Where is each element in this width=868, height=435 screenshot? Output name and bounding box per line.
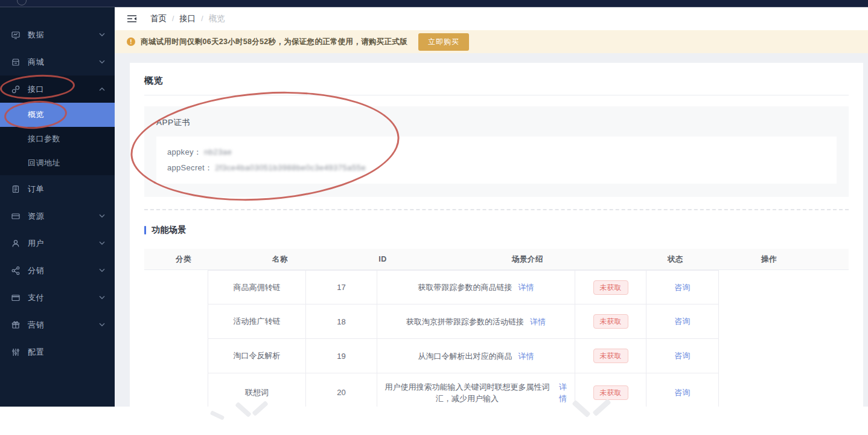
sliders-icon <box>11 347 21 357</box>
credit-card-icon <box>11 293 21 303</box>
table-header-row: 分类 名称 ID 场景介绍 状态 操作 <box>144 249 849 270</box>
sidebar-item-payment[interactable]: 支付 <box>0 284 115 311</box>
column-header-category: 分类 <box>144 254 223 265</box>
sidebar-item-api[interactable]: 接口 <box>0 76 115 103</box>
resource-card-icon <box>11 211 21 221</box>
sidebar-item-label: 订单 <box>28 184 105 195</box>
consult-link[interactable]: 咨询 <box>675 282 691 293</box>
status-badge: 未获取 <box>593 349 628 363</box>
sidebar-item-distribution[interactable]: 分销 <box>0 257 115 284</box>
scenes-section-title: 功能场景 <box>152 225 187 236</box>
trial-warning-text: 商城试用时间仅剩06天23小时58分52秒，为保证您的正常使用，请购买正式版 <box>141 37 407 47</box>
consult-link[interactable]: 咨询 <box>675 316 691 327</box>
chevron-down-icon <box>99 295 105 300</box>
sidebar-subitem-overview[interactable]: 概览 <box>0 103 115 127</box>
cell-id: 17 <box>305 270 377 304</box>
appkey-value: nb23ae <box>204 147 232 156</box>
breadcrumb-separator: / <box>172 14 174 23</box>
sidebar-item-label: 配置 <box>28 347 105 358</box>
sidebar-item-label: 营销 <box>28 320 99 330</box>
sidebar-subitem-label: 接口参数 <box>28 134 60 144</box>
chevron-down-icon <box>99 60 105 64</box>
sidebar-subitem-callback-address[interactable]: 回调地址 <box>0 151 115 175</box>
breadcrumb: 首页 / 接口 / 概览 <box>150 13 225 24</box>
appsecret-value: 2f3ce4ba03051b3988be0c3e49375a55e <box>215 163 366 172</box>
column-header-desc: 场景介绍 <box>428 254 627 265</box>
sidebar-item-resources[interactable]: 资源 <box>0 202 115 230</box>
cell-action: 咨询 <box>646 339 719 373</box>
user-icon <box>11 239 21 248</box>
sidebar-item-config[interactable]: 配置 <box>0 338 115 366</box>
sidebar-item-users[interactable]: 用户 <box>0 230 115 257</box>
cell-desc: 从淘口令解析出对应的商品 详情 <box>377 339 575 373</box>
faint-stroke <box>210 410 225 420</box>
cell-operation-spacer <box>719 304 849 339</box>
cell-category <box>144 270 208 304</box>
sidebar-item-label: 分销 <box>28 265 99 276</box>
sidebar-item-mall[interactable]: 商城 <box>0 48 115 76</box>
chevron-down-icon <box>99 33 105 37</box>
cell-desc: 获取带跟踪参数的商品链接 详情 <box>377 270 575 304</box>
buy-now-button[interactable]: 立即购买 <box>418 33 469 51</box>
cell-action: 咨询 <box>646 373 719 407</box>
table-row: 联想词 20 用户使用搜索功能输入关键词时联想更多属性词汇，减少用户输入 详情 … <box>144 373 849 407</box>
cell-name: 活动推广转链 <box>208 304 305 339</box>
status-badge: 未获取 <box>593 314 628 329</box>
dashed-divider <box>144 209 849 210</box>
shop-icon <box>11 57 21 67</box>
sidebar-group-api: 接口 概览 接口参数 回调地址 <box>0 76 115 175</box>
app-logo <box>17 0 27 5</box>
main-area: 首页 / 接口 / 概览 ! 商城试用时间仅剩06天23小时58分52秒，为保证… <box>115 7 868 407</box>
scene-desc-text: 获取带跟踪参数的商品链接 <box>418 282 512 293</box>
sidebar-item-data[interactable]: 数据 <box>0 21 115 48</box>
table-body: 商品高佣转链 17 获取带跟踪参数的商品链接 详情 未获取 咨询 <box>144 270 849 407</box>
cell-action: 咨询 <box>646 270 719 304</box>
cell-id: 18 <box>305 304 377 339</box>
sidebar-fold-icon[interactable] <box>127 14 137 23</box>
cell-operation-spacer <box>719 339 849 373</box>
detail-link[interactable]: 详情 <box>530 316 546 327</box>
sidebar-item-label: 用户 <box>28 238 99 249</box>
scene-desc-text: 用户使用搜索功能输入关键词时联想更多属性词汇，减少用户输入 <box>383 381 551 404</box>
detail-link[interactable]: 详情 <box>557 381 569 404</box>
app-cert-title: APP证书 <box>156 117 837 128</box>
api-link-icon <box>11 85 21 94</box>
top-bar <box>0 0 868 7</box>
cell-category <box>144 339 208 373</box>
sidebar-item-label: 接口 <box>28 84 99 95</box>
detail-link[interactable]: 详情 <box>519 282 534 293</box>
breadcrumb-api[interactable]: 接口 <box>179 13 196 24</box>
status-badge: 未获取 <box>593 280 628 295</box>
gift-icon <box>11 320 21 330</box>
sidebar-item-marketing[interactable]: 营销 <box>0 311 115 338</box>
cell-name: 淘口令反解析 <box>208 339 305 373</box>
scenes-section-header: 功能场景 <box>144 225 849 236</box>
sidebar-item-label: 资源 <box>28 211 99 222</box>
cell-id: 19 <box>305 339 377 373</box>
breadcrumb-bar: 首页 / 接口 / 概览 <box>115 7 868 30</box>
sidebar-item-orders[interactable]: 订单 <box>0 175 115 202</box>
chevron-down-icon <box>99 241 105 245</box>
breadcrumb-home[interactable]: 首页 <box>150 13 167 24</box>
sidebar-subitem-api-params[interactable]: 接口参数 <box>0 127 115 151</box>
cell-action: 咨询 <box>646 304 719 339</box>
cell-desc: 获取淘京拼带跟踪参数的活动链接 详情 <box>377 304 575 339</box>
order-clipboard-icon <box>11 184 21 194</box>
app-cert-card: APP证书 appkey： nb23ae appSecret： 2f3ce4ba… <box>144 106 849 197</box>
chevron-up-icon <box>99 87 105 91</box>
appkey-row: appkey： nb23ae <box>167 144 826 160</box>
consult-link[interactable]: 咨询 <box>675 350 691 361</box>
cell-status: 未获取 <box>575 373 646 407</box>
cell-name: 联想词 <box>208 373 305 407</box>
column-header-status: 状态 <box>627 254 724 265</box>
table-row: 活动推广转链 18 获取淘京拼带跟踪参数的活动链接 详情 未获取 咨询 <box>144 304 849 339</box>
scenes-table: 分类 名称 ID 场景介绍 状态 操作 商品高佣转链 17 <box>144 249 849 407</box>
sidebar-subitem-label: 概览 <box>28 109 44 120</box>
scene-desc-text: 获取淘京拼带跟踪参数的活动链接 <box>406 316 524 327</box>
breadcrumb-current: 概览 <box>209 13 225 24</box>
overview-card: 概览 APP证书 appkey： nb23ae appSecret： 2f3ce… <box>130 63 863 407</box>
detail-link[interactable]: 详情 <box>519 350 534 362</box>
consult-link[interactable]: 咨询 <box>675 387 691 398</box>
warning-icon: ! <box>127 37 135 46</box>
sidebar-item-label: 商城 <box>28 57 99 68</box>
